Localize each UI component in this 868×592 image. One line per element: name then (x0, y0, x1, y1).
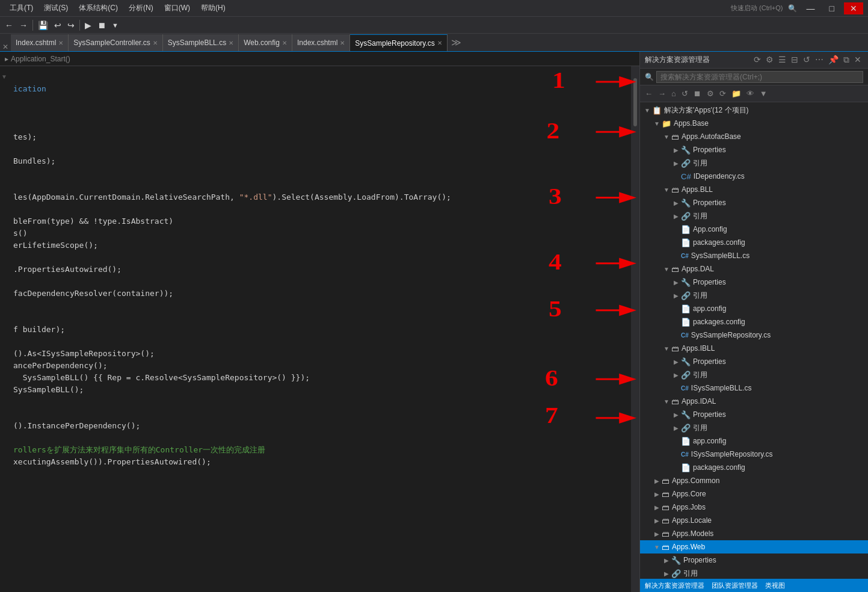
expander-ibll-props[interactable]: ▶ (671, 359, 681, 365)
expander-idal-props[interactable]: ▶ (671, 412, 681, 418)
tb-undo-icon[interactable]: ↩ (52, 19, 64, 31)
menu-item-architecture[interactable]: 体系结构(C) (74, 1, 123, 16)
panel-detach-icon[interactable]: ⧉ (842, 54, 851, 66)
code-editor[interactable]: ication tes); Bundles); les(AppDomain.Cu… (8, 66, 631, 592)
tree-item-apps-models[interactable]: ▶ 🗃 Apps.Models (640, 527, 868, 540)
tree-item-apps-autofac[interactable]: ▼ 🗃 Apps.AutofacBase (640, 130, 868, 143)
expander-ibll-ref[interactable]: ▶ (671, 372, 681, 378)
menu-item-tools[interactable]: 工具(T) (5, 1, 38, 16)
tab-syssamplerepository[interactable]: SysSampleRepository.cs ✕ (350, 34, 448, 51)
tab-close-icon[interactable]: ✕ (437, 40, 442, 46)
panel-pin-icon[interactable]: 📌 (826, 54, 840, 66)
sol-tb-settings-icon[interactable]: ⚙ (704, 88, 716, 99)
tree-item-autofac-ref[interactable]: ▶ 🔗 引用 (640, 156, 868, 170)
tab-close-icon[interactable]: ✕ (153, 40, 158, 46)
tree-item-apps-bll[interactable]: ▼ 🗃 Apps.BLL (640, 183, 868, 196)
tb-save-icon[interactable]: 💾 (35, 19, 51, 31)
tree-item-idal-ref[interactable]: ▶ 🔗 引用 (640, 421, 868, 434)
tree-item-idal-appconfig[interactable]: ▶ 📄 app.config (640, 434, 868, 448)
sol-tb-show-all-icon[interactable]: 👁 (744, 88, 757, 99)
tb-redo-icon[interactable]: ↪ (65, 19, 77, 31)
tree-item-dal-appconfig[interactable]: ▶ 📄 app.config (640, 302, 868, 315)
tree-item-apps-base[interactable]: ▼ 📁 Apps.Base (640, 117, 868, 130)
sol-tb-stop-icon[interactable]: ⏹ (691, 88, 704, 99)
tree-item-web-ref[interactable]: ▶ 🔗 引用 (640, 567, 868, 579)
tb-back-icon[interactable]: ← (2, 19, 16, 31)
tree-item-dal-sample[interactable]: ▶ C# SysSampleRepository.cs (640, 328, 868, 342)
solution-explorer-link[interactable]: 解决方案资源管理器 (645, 581, 704, 590)
editor-content[interactable]: ▼ ication tes); Bundles); les(AppDomain.… (0, 66, 639, 592)
tree-item-bll-props[interactable]: ▶ 🔧 Properties (640, 196, 868, 209)
expander-bll-ref[interactable]: ▶ (671, 213, 681, 220)
tb-stop-icon[interactable]: ⏹ (95, 19, 108, 31)
panel-more-icon[interactable]: ⋯ (813, 54, 825, 66)
tree-item-idal-props[interactable]: ▶ 🔧 Properties (640, 408, 868, 421)
tree-item-autofac-props[interactable]: ▶ 🔧 Properties (640, 143, 868, 156)
tree-item-apps-dal[interactable]: ▼ 🗃 Apps.DAL (640, 262, 868, 276)
expander-autofac-props[interactable]: ▶ (671, 147, 681, 153)
team-explorer-link[interactable]: 团队资源管理器 (712, 581, 758, 590)
expander-dal-props[interactable]: ▶ (671, 279, 681, 286)
maximize-button[interactable]: □ (825, 2, 839, 14)
tree-item-apps-jobs[interactable]: ▶ 🗃 Apps.Jobs (640, 501, 868, 514)
tree-item-apps-core[interactable]: ▶ 🗃 Apps.Core (640, 487, 868, 501)
expander-apps-models[interactable]: ▶ (652, 531, 662, 537)
tab-index-cshtml-1[interactable]: Index.cshtml ✕ (11, 34, 69, 51)
tab-syssamplecontroller[interactable]: SysSampleController.cs ✕ (69, 34, 162, 51)
sol-tb-new-folder-icon[interactable]: 📁 (729, 88, 743, 99)
expander-apps-base[interactable]: ▼ (652, 120, 662, 127)
panel-refresh-icon[interactable]: ↺ (801, 54, 812, 66)
tree-item-root[interactable]: ▼ 📋 解决方案'Apps'(12 个项目) (640, 103, 868, 117)
panel-properties-icon[interactable]: ⚙ (764, 54, 775, 66)
expander-apps-jobs[interactable]: ▶ (652, 504, 662, 511)
sol-tb-home-icon[interactable]: ⌂ (669, 88, 679, 99)
tb-forward-icon[interactable]: → (17, 19, 30, 31)
menu-item-test[interactable]: 测试(S) (39, 1, 73, 16)
tree-item-apps-ibll[interactable]: ▼ 🗃 Apps.IBLL (640, 342, 868, 355)
close-button[interactable]: ✕ (844, 2, 863, 14)
tree-item-ibll-props[interactable]: ▶ 🔧 Properties (640, 355, 868, 368)
tab-close-icon[interactable]: ✕ (282, 40, 287, 46)
panel-sync-icon[interactable]: ⟳ (752, 54, 763, 66)
expander-autofac-ref[interactable]: ▶ (671, 160, 681, 167)
tab-close-icon[interactable]: ✕ (340, 40, 345, 46)
tabs-pin-icon[interactable]: ✕ (0, 43, 11, 51)
tree-item-idal-packages[interactable]: ▶ 📄 packages.config (640, 461, 868, 474)
expander-root[interactable]: ▼ (642, 107, 652, 114)
sol-tb-filter-icon[interactable]: ▼ (757, 88, 770, 99)
expander-dal-ref[interactable]: ▶ (671, 292, 681, 299)
expander-apps-dal[interactable]: ▼ (662, 266, 671, 273)
expander-apps-ibll[interactable]: ▼ (662, 345, 671, 352)
sol-tb-sync-icon[interactable]: ⟳ (717, 88, 728, 99)
tree-item-bll-appconfig[interactable]: ▶ 📄 App.config (640, 223, 868, 236)
editor-scrollbar[interactable] (631, 66, 639, 592)
tb-debug-icon[interactable]: ▶ (82, 19, 94, 31)
tab-close-icon[interactable]: ✕ (58, 40, 63, 46)
sol-search-input[interactable] (656, 71, 863, 83)
tree-view[interactable]: ▼ 📋 解决方案'Apps'(12 个项目) ▼ 📁 Apps.Base ▼ 🗃… (640, 102, 868, 579)
expander-apps-locale[interactable]: ▶ (652, 517, 662, 524)
tree-item-dal-props[interactable]: ▶ 🔧 Properties (640, 276, 868, 289)
minimize-button[interactable]: — (802, 2, 820, 14)
tab-syssamplebll[interactable]: SysSampleBLL.cs ✕ (163, 34, 239, 51)
expander-web-ref[interactable]: ▶ (662, 570, 671, 577)
expander-apps-bll[interactable]: ▼ (662, 187, 671, 193)
tree-item-dal-packages[interactable]: ▶ 📄 packages.config (640, 315, 868, 328)
editor-scrollbar-thumb[interactable] (633, 78, 637, 126)
class-view-link[interactable]: 类视图 (765, 581, 785, 590)
expander-idal-ref[interactable]: ▶ (671, 425, 681, 431)
tree-item-bll-sample[interactable]: ▶ C# SysSampleBLL.cs (640, 249, 868, 262)
menu-item-help[interactable]: 帮助(H) (196, 1, 230, 16)
sol-tb-back-icon[interactable]: ← (642, 88, 655, 99)
tree-item-idal-sample[interactable]: ▶ C# ISysSampleRepository.cs (640, 448, 868, 461)
expander-apps-core[interactable]: ▶ (652, 491, 662, 498)
menu-item-window[interactable]: 窗口(W) (159, 1, 195, 16)
tree-item-bll-ref[interactable]: ▶ 🔗 引用 (640, 209, 868, 223)
tree-item-bll-packages[interactable]: ▶ 📄 packages.config (640, 236, 868, 249)
expander-apps-idal[interactable]: ▼ (662, 398, 671, 405)
tab-index-cshtml-2[interactable]: Index.cshtml ✕ (292, 34, 350, 51)
panel-close-icon[interactable]: ✕ (852, 54, 863, 66)
panel-filter-icon[interactable]: ☰ (777, 54, 788, 66)
tree-item-apps-common[interactable]: ▶ 🗃 Apps.Common (640, 474, 868, 487)
sol-tb-forward-icon[interactable]: → (656, 88, 668, 99)
